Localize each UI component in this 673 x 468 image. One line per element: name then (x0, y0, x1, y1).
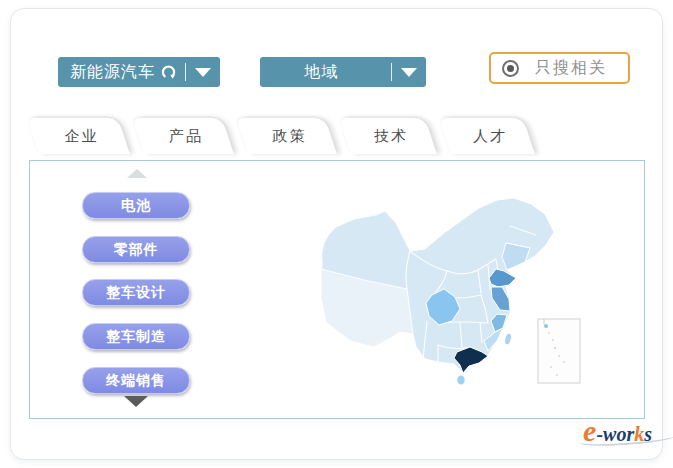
tab-enterprise[interactable]: 企业 (29, 118, 134, 154)
map-province-taiwan[interactable] (503, 332, 512, 345)
tab-label: 政策 (238, 118, 341, 154)
map-province-liaoning[interactable] (502, 243, 530, 270)
radio-icon[interactable] (502, 60, 519, 77)
map-province-hainan[interactable] (457, 375, 465, 385)
category-button-vehicle-manufacturing[interactable]: 整车制造 (82, 323, 190, 350)
content-panel: 电池 零部件 整车设计 整车制造 终端销售 (29, 160, 645, 419)
scroll-up-icon[interactable] (127, 169, 147, 178)
logo-text: -wor (596, 423, 634, 445)
tab-technology[interactable]: 技术 (341, 118, 441, 154)
logo-e: e (583, 414, 596, 447)
category-button-label: 零部件 (114, 241, 159, 259)
tab-bar: 企业 产品 政策 技术 人才 (29, 118, 539, 154)
tab-label: 产品 (134, 118, 238, 154)
category-button-label: 整车设计 (106, 284, 166, 302)
category-button-parts[interactable]: 零部件 (82, 236, 190, 263)
category-button-terminal-sales[interactable]: 终端销售 (82, 367, 190, 394)
tab-label: 企业 (29, 118, 134, 154)
logo-accent: k (634, 423, 644, 445)
logo-text: s (644, 423, 652, 445)
related-only-label: 只搜相关 (535, 58, 607, 79)
chevron-down-icon[interactable] (195, 68, 211, 77)
category-dropdown[interactable]: 新能源汽车 (58, 57, 220, 87)
tab-talent[interactable]: 人才 (441, 118, 539, 154)
category-button-label: 整车制造 (106, 328, 166, 346)
refresh-icon[interactable] (160, 63, 177, 81)
category-button-label: 电池 (121, 197, 151, 215)
related-only-toggle[interactable]: 只搜相关 (489, 52, 630, 84)
china-map (292, 171, 622, 411)
tab-policy[interactable]: 政策 (238, 118, 341, 154)
tab-label: 技术 (341, 118, 441, 154)
chevron-down-icon[interactable] (401, 68, 417, 77)
tab-label: 人才 (441, 118, 539, 154)
category-dropdown-label: 新能源汽车 (70, 62, 155, 83)
region-dropdown-label: 地域 (260, 62, 383, 83)
category-button-vehicle-design[interactable]: 整车设计 (82, 279, 190, 306)
map-inset-south-china-sea (538, 319, 580, 383)
divider (185, 63, 186, 81)
category-button-label: 终端销售 (106, 372, 166, 390)
eworks-logo: e-works (583, 416, 652, 451)
scroll-down-icon[interactable] (124, 396, 148, 407)
divider (391, 63, 392, 81)
category-button-battery[interactable]: 电池 (82, 192, 190, 219)
tab-product[interactable]: 产品 (134, 118, 238, 154)
region-dropdown[interactable]: 地域 (260, 57, 426, 87)
main-card: 新能源汽车 地域 只搜相关 企业 产品 政策 技术 (10, 8, 663, 460)
